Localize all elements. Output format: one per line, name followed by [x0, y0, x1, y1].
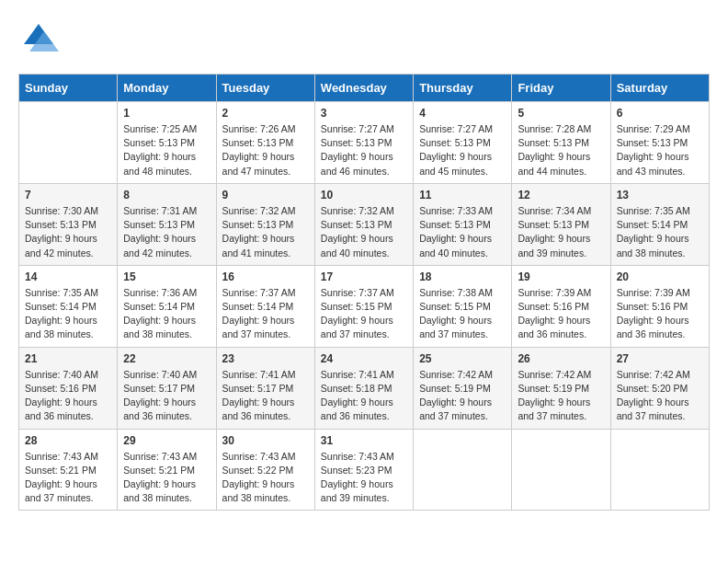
- day-cell: 20Sunrise: 7:39 AM Sunset: 5:16 PM Dayli…: [610, 265, 709, 347]
- day-cell: [19, 102, 118, 184]
- day-number: 23: [222, 352, 309, 365]
- day-number: 7: [25, 189, 111, 201]
- day-info: Sunrise: 7:41 AM Sunset: 5:18 PM Dayligh…: [321, 368, 407, 424]
- day-info: Sunrise: 7:27 AM Sunset: 5:13 PM Dayligh…: [419, 122, 506, 178]
- day-number: 31: [321, 434, 407, 447]
- day-cell: 18Sunrise: 7:38 AM Sunset: 5:15 PM Dayli…: [414, 265, 512, 347]
- day-number: 10: [321, 189, 407, 201]
- day-number: 21: [25, 352, 111, 365]
- day-number: 22: [123, 352, 210, 365]
- logo: [18, 18, 63, 59]
- header-cell-sunday: Sunday: [19, 75, 118, 102]
- day-number: 18: [419, 270, 506, 283]
- day-cell: 27Sunrise: 7:42 AM Sunset: 5:20 PM Dayli…: [610, 347, 709, 429]
- day-number: 4: [419, 107, 506, 120]
- day-number: 13: [617, 189, 703, 201]
- day-cell: 6Sunrise: 7:29 AM Sunset: 5:13 PM Daylig…: [610, 102, 709, 184]
- day-cell: 12Sunrise: 7:34 AM Sunset: 5:13 PM Dayli…: [512, 183, 610, 265]
- day-number: 14: [25, 270, 111, 283]
- day-cell: 14Sunrise: 7:35 AM Sunset: 5:14 PM Dayli…: [19, 265, 118, 347]
- day-cell: [414, 429, 512, 511]
- day-cell: 10Sunrise: 7:32 AM Sunset: 5:13 PM Dayli…: [314, 183, 413, 265]
- day-info: Sunrise: 7:43 AM Sunset: 5:23 PM Dayligh…: [321, 450, 407, 506]
- day-cell: 19Sunrise: 7:39 AM Sunset: 5:16 PM Dayli…: [512, 265, 610, 347]
- day-info: Sunrise: 7:40 AM Sunset: 5:16 PM Dayligh…: [25, 368, 111, 424]
- day-number: 8: [123, 189, 210, 201]
- day-number: 12: [518, 189, 604, 201]
- day-info: Sunrise: 7:30 AM Sunset: 5:13 PM Dayligh…: [25, 204, 111, 260]
- day-cell: 7Sunrise: 7:30 AM Sunset: 5:13 PM Daylig…: [19, 183, 118, 265]
- day-info: Sunrise: 7:35 AM Sunset: 5:14 PM Dayligh…: [617, 204, 703, 260]
- day-number: 17: [321, 270, 407, 283]
- day-info: Sunrise: 7:25 AM Sunset: 5:13 PM Dayligh…: [123, 122, 210, 178]
- day-cell: [512, 429, 610, 511]
- day-cell: 16Sunrise: 7:37 AM Sunset: 5:14 PM Dayli…: [216, 265, 314, 347]
- week-row-3: 14Sunrise: 7:35 AM Sunset: 5:14 PM Dayli…: [19, 265, 710, 347]
- day-number: 2: [222, 107, 309, 120]
- header-cell-friday: Friday: [512, 75, 610, 102]
- day-info: Sunrise: 7:40 AM Sunset: 5:17 PM Dayligh…: [123, 368, 210, 424]
- page-header: [18, 18, 710, 59]
- header-cell-tuesday: Tuesday: [216, 75, 314, 102]
- day-cell: 23Sunrise: 7:41 AM Sunset: 5:17 PM Dayli…: [216, 347, 314, 429]
- day-info: Sunrise: 7:28 AM Sunset: 5:13 PM Dayligh…: [518, 122, 604, 178]
- logo-icon: [18, 18, 59, 59]
- day-number: 28: [25, 434, 111, 447]
- day-cell: 24Sunrise: 7:41 AM Sunset: 5:18 PM Dayli…: [314, 347, 413, 429]
- header-cell-monday: Monday: [118, 75, 216, 102]
- day-info: Sunrise: 7:37 AM Sunset: 5:14 PM Dayligh…: [222, 286, 309, 342]
- day-cell: 11Sunrise: 7:33 AM Sunset: 5:13 PM Dayli…: [414, 183, 512, 265]
- day-number: 27: [617, 352, 703, 365]
- week-row-4: 21Sunrise: 7:40 AM Sunset: 5:16 PM Dayli…: [19, 347, 710, 429]
- day-info: Sunrise: 7:43 AM Sunset: 5:22 PM Dayligh…: [222, 450, 309, 506]
- day-cell: 13Sunrise: 7:35 AM Sunset: 5:14 PM Dayli…: [610, 183, 709, 265]
- day-cell: 30Sunrise: 7:43 AM Sunset: 5:22 PM Dayli…: [216, 429, 314, 511]
- day-info: Sunrise: 7:38 AM Sunset: 5:15 PM Dayligh…: [419, 286, 506, 342]
- day-number: 29: [123, 434, 210, 447]
- calendar-header: SundayMondayTuesdayWednesdayThursdayFrid…: [19, 75, 710, 102]
- header-row: SundayMondayTuesdayWednesdayThursdayFrid…: [19, 75, 710, 102]
- day-cell: 1Sunrise: 7:25 AM Sunset: 5:13 PM Daylig…: [118, 102, 216, 184]
- day-cell: 8Sunrise: 7:31 AM Sunset: 5:13 PM Daylig…: [118, 183, 216, 265]
- header-cell-wednesday: Wednesday: [314, 75, 413, 102]
- header-cell-saturday: Saturday: [610, 75, 709, 102]
- day-info: Sunrise: 7:39 AM Sunset: 5:16 PM Dayligh…: [518, 286, 604, 342]
- day-info: Sunrise: 7:33 AM Sunset: 5:13 PM Dayligh…: [419, 204, 506, 260]
- day-number: 15: [123, 270, 210, 283]
- calendar-table: SundayMondayTuesdayWednesdayThursdayFrid…: [18, 74, 710, 511]
- day-info: Sunrise: 7:26 AM Sunset: 5:13 PM Dayligh…: [222, 122, 309, 178]
- week-row-2: 7Sunrise: 7:30 AM Sunset: 5:13 PM Daylig…: [19, 183, 710, 265]
- day-cell: 26Sunrise: 7:42 AM Sunset: 5:19 PM Dayli…: [512, 347, 610, 429]
- day-info: Sunrise: 7:42 AM Sunset: 5:19 PM Dayligh…: [419, 368, 506, 424]
- day-number: 5: [518, 107, 604, 120]
- day-info: Sunrise: 7:42 AM Sunset: 5:20 PM Dayligh…: [617, 368, 703, 424]
- header-cell-thursday: Thursday: [414, 75, 512, 102]
- day-cell: 2Sunrise: 7:26 AM Sunset: 5:13 PM Daylig…: [216, 102, 314, 184]
- calendar-body: 1Sunrise: 7:25 AM Sunset: 5:13 PM Daylig…: [19, 102, 710, 511]
- day-info: Sunrise: 7:32 AM Sunset: 5:13 PM Dayligh…: [222, 204, 309, 260]
- day-number: 19: [518, 270, 604, 283]
- day-info: Sunrise: 7:29 AM Sunset: 5:13 PM Dayligh…: [617, 122, 703, 178]
- day-cell: 31Sunrise: 7:43 AM Sunset: 5:23 PM Dayli…: [314, 429, 413, 511]
- week-row-1: 1Sunrise: 7:25 AM Sunset: 5:13 PM Daylig…: [19, 102, 710, 184]
- day-number: 26: [518, 352, 604, 365]
- week-row-5: 28Sunrise: 7:43 AM Sunset: 5:21 PM Dayli…: [19, 429, 710, 511]
- day-cell: 3Sunrise: 7:27 AM Sunset: 5:13 PM Daylig…: [314, 102, 413, 184]
- day-info: Sunrise: 7:37 AM Sunset: 5:15 PM Dayligh…: [321, 286, 407, 342]
- day-number: 3: [321, 107, 407, 120]
- day-cell: 29Sunrise: 7:43 AM Sunset: 5:21 PM Dayli…: [118, 429, 216, 511]
- day-cell: [610, 429, 709, 511]
- day-cell: 28Sunrise: 7:43 AM Sunset: 5:21 PM Dayli…: [19, 429, 118, 511]
- day-info: Sunrise: 7:39 AM Sunset: 5:16 PM Dayligh…: [617, 286, 703, 342]
- day-info: Sunrise: 7:27 AM Sunset: 5:13 PM Dayligh…: [321, 122, 407, 178]
- day-cell: 17Sunrise: 7:37 AM Sunset: 5:15 PM Dayli…: [314, 265, 413, 347]
- day-cell: 22Sunrise: 7:40 AM Sunset: 5:17 PM Dayli…: [118, 347, 216, 429]
- day-number: 30: [222, 434, 309, 447]
- day-cell: 15Sunrise: 7:36 AM Sunset: 5:14 PM Dayli…: [118, 265, 216, 347]
- day-number: 9: [222, 189, 309, 201]
- day-number: 1: [123, 107, 210, 120]
- day-info: Sunrise: 7:41 AM Sunset: 5:17 PM Dayligh…: [222, 368, 309, 424]
- day-cell: 5Sunrise: 7:28 AM Sunset: 5:13 PM Daylig…: [512, 102, 610, 184]
- day-info: Sunrise: 7:35 AM Sunset: 5:14 PM Dayligh…: [25, 286, 111, 342]
- day-info: Sunrise: 7:42 AM Sunset: 5:19 PM Dayligh…: [518, 368, 604, 424]
